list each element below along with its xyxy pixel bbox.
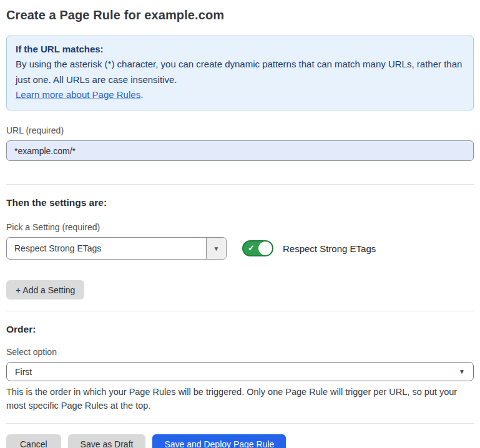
- divider: [6, 423, 474, 424]
- setting-row: Respect Strong ETags ▼ ✓ Respect Strong …: [6, 237, 474, 260]
- chevron-down-icon[interactable]: ▼: [206, 238, 226, 259]
- add-setting-button[interactable]: + Add a Setting: [6, 280, 84, 299]
- settings-section-heading: Then the settings are:: [6, 197, 474, 208]
- url-field-label: URL (required): [6, 125, 474, 135]
- setting-toggle-group: ✓ Respect Strong ETags: [242, 240, 376, 256]
- info-box-body: By using the asterisk (*) character, you…: [16, 57, 464, 87]
- page-title: Create a Page Rule for example.com: [6, 8, 474, 22]
- info-box-link-line: Learn more about Page Rules.: [16, 87, 464, 102]
- url-field-group: URL (required): [6, 125, 474, 161]
- save-and-deploy-button[interactable]: Save and Deploy Page Rule: [152, 434, 286, 448]
- form-footer: Cancel Save as Draft Save and Deploy Pag…: [6, 423, 474, 448]
- pick-setting-label: Pick a Setting (required): [6, 222, 474, 232]
- page-rule-form: Create a Page Rule for example.com If th…: [0, 0, 480, 448]
- url-input[interactable]: [6, 140, 474, 161]
- setting-select-value: Respect Strong ETags: [7, 238, 206, 259]
- check-icon: ✓: [248, 243, 255, 253]
- setting-toggle-label: Respect Strong ETags: [283, 243, 376, 254]
- link-period: .: [140, 89, 143, 100]
- order-select-value: First: [15, 367, 459, 377]
- divider: [6, 184, 474, 185]
- info-box-heading: If the URL matches:: [16, 42, 464, 57]
- order-section-heading: Order:: [6, 324, 474, 335]
- chevron-down-icon: ▼: [459, 368, 465, 375]
- footer-buttons: Cancel Save as Draft Save and Deploy Pag…: [6, 434, 474, 448]
- setting-toggle[interactable]: ✓: [242, 240, 273, 256]
- order-select-label: Select option: [6, 347, 474, 357]
- order-help-text: This is the order in which your Page Rul…: [6, 386, 471, 413]
- order-select[interactable]: First ▼: [6, 362, 474, 381]
- learn-more-link[interactable]: Learn more about Page Rules: [16, 89, 140, 100]
- save-as-draft-button[interactable]: Save as Draft: [68, 434, 146, 448]
- toggle-knob: [258, 241, 272, 255]
- divider: [6, 311, 474, 311]
- url-match-info-box: If the URL matches: By using the asteris…: [6, 36, 474, 110]
- setting-select[interactable]: Respect Strong ETags ▼: [6, 237, 227, 260]
- cancel-button[interactable]: Cancel: [6, 434, 61, 448]
